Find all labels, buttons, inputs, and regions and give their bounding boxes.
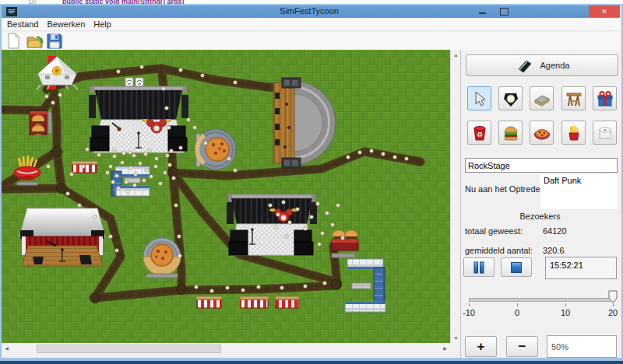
map-viewport [2,50,450,343]
agenda-label: Agenda [540,61,570,70]
scrollbar-thumb[interactable] [37,345,221,353]
cursor-icon [471,90,488,107]
bench [17,182,37,185]
now-playing-value: Daft Punk [544,176,581,185]
speed-slider-track[interactable] [469,298,615,302]
map-vertical-scrollbar[interactable]: ▲ ▼ [450,50,460,343]
pause-button[interactable] [463,257,495,277]
average-visitors-value: 320.6 [543,246,565,255]
visitors-header: Bezoekers [460,212,620,221]
slider-tick [517,303,518,306]
scroll-right-icon[interactable]: ▶ [440,343,450,353]
now-playing-label: Nu aan het Optreden: [465,184,547,194]
zoom-out-button[interactable]: − [506,336,538,357]
tool-pizza-stand-button[interactable] [530,121,554,145]
main-stage[interactable] [89,78,188,152]
map-horizontal-scrollbar[interactable]: ◀ ▶ [2,343,450,353]
now-playing-box[interactable]: Daft Punk [540,174,618,209]
path-tile-icon [533,90,551,107]
gift-icon [597,90,614,107]
tool-stage-light-button[interactable] [498,86,523,110]
bench [332,254,355,257]
window-bottom-shadow [0,361,623,364]
agenda-book-icon [515,58,533,73]
bench [48,112,51,134]
tool-toilet-button[interactable] [593,121,617,145]
market-stall-4[interactable] [275,296,299,308]
maximize-button[interactable] [494,5,514,17]
festival-map-canvas[interactable] [2,50,450,343]
plus-icon: + [477,339,485,355]
maximize-icon [500,8,509,16]
slider-tick [469,303,470,306]
tool-scaffold-button[interactable] [561,86,586,110]
trash-bin-icon: ♻ [471,124,488,142]
toolbar [2,32,620,50]
pause-icon [473,261,485,274]
new-file-icon [7,33,21,49]
window-title: SimFestTycoon [0,6,618,16]
stage-curtain [95,90,182,120]
open-folder-icon [26,33,44,49]
zoom-level-input[interactable] [547,335,617,358]
close-button[interactable]: ✕ [589,5,620,17]
slider-tick [565,303,566,306]
market-stall-3[interactable] [240,296,269,308]
scroll-left-icon[interactable]: ◀ [2,343,12,353]
slider-label-max: 20 [608,308,618,317]
agenda-button[interactable]: Agenda [466,54,618,76]
stage-scaffold-icon [565,90,583,107]
pizza-icon [533,124,551,142]
tool-burger-stand-button[interactable] [498,121,523,145]
market-stall-2[interactable] [196,296,222,308]
speed-slider-thumb[interactable] [608,290,618,307]
screen: 10 public static void main(String[] args… [0,0,623,364]
tool-fries-stand-button[interactable] [561,121,586,145]
stage-truss [90,86,187,90]
barn-stage[interactable] [19,208,105,266]
tool-path-button[interactable] [530,86,554,110]
save-floppy-icon [47,33,62,49]
tool-gift-shop-button[interactable] [593,86,617,110]
stage-name-input[interactable] [465,158,618,173]
minimize-icon [479,12,486,14]
svg-text:♻: ♻ [476,131,482,138]
burger-icon [502,124,519,142]
clock-display: 15:52:21 [545,257,617,279]
stage-light-icon [502,90,519,107]
slider-label-0: 0 [515,308,519,317]
slider-label-10: 10 [561,308,570,317]
average-visitors-label: gemiddeld aantal: [465,246,533,255]
stop-button[interactable] [501,257,532,277]
minimize-button[interactable] [472,5,492,17]
total-visitors-value: 64120 [543,226,567,236]
tool-select-button[interactable] [467,86,491,110]
close-icon: ✕ [601,8,607,16]
total-visitors-label: totaal geweest: [465,226,523,236]
minus-icon: − [519,339,526,355]
slider-label-min: -10 [463,308,475,317]
menu-help[interactable]: Help [93,19,111,29]
burger-stand[interactable] [30,111,51,135]
pizza-stand[interactable] [195,129,236,170]
second-stage[interactable] [227,194,317,255]
menu-bar: Bestand Bewerken Help [2,18,620,31]
menu-bewerken[interactable]: Bewerken [47,19,85,29]
toilet-roll-icon [597,124,614,142]
fries-icon [565,124,583,142]
zoom-in-button[interactable]: + [465,336,497,357]
burger-stand-2[interactable] [332,230,358,257]
tool-trash-bin-button[interactable]: ♻ [467,121,491,145]
stop-icon [510,261,523,274]
bench [146,274,178,278]
menu-bestand[interactable]: Bestand [7,19,38,29]
